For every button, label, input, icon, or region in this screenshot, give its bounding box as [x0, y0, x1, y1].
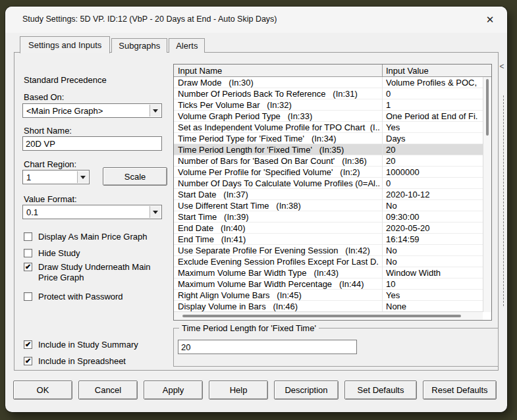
horizontal-scroll-thumb[interactable] [182, 315, 461, 317]
table-row[interactable]: Right Align Volume Bars (In:45)Yes [174, 290, 483, 301]
cell-divider [382, 301, 383, 312]
selected-input-value-field[interactable] [178, 340, 357, 354]
input-value-cell: 2020-10-12 [386, 190, 481, 199]
input-value-cell: 20 [386, 145, 481, 155]
table-row[interactable]: End Time (In:41)16:14:59 [174, 234, 483, 245]
inputs-table-body: Draw Mode (In:30)Volume Profiles & POC,N… [174, 77, 483, 312]
description-button[interactable]: Description [274, 381, 339, 400]
unchecked-checkbox-icon[interactable] [24, 292, 32, 301]
standard-precedence-label: Standard Precedence [24, 75, 107, 85]
table-row[interactable]: Maximum Volume Bar Width Type (In:43)Win… [174, 267, 483, 278]
input-name-cell: Maximum Volume Bar Width Percentage (In:… [178, 279, 379, 289]
cell-divider [382, 234, 383, 245]
input-name-cell: Volume Per Profile for 'Specified Volume… [178, 167, 379, 177]
help-button[interactable]: Help [209, 381, 268, 400]
input-value-cell: 16:14:59 [386, 234, 481, 244]
table-row[interactable]: Start Date (In:37)2020-10-12 [174, 189, 483, 200]
unchecked-checkbox-icon[interactable] [24, 232, 32, 241]
chevron-down-icon[interactable] [150, 105, 161, 117]
checked-checkbox-icon[interactable] [24, 357, 32, 365]
table-row[interactable]: Set as Independent Volume Profile for TP… [174, 122, 483, 133]
tab-settings-and-inputs[interactable]: Settings and Inputs [20, 36, 110, 53]
cancel-button[interactable]: Cancel [78, 381, 138, 400]
cell-divider [382, 77, 383, 88]
table-row[interactable]: Start Time (In:39)09:30:00 [174, 211, 483, 223]
collapse-panel-icon[interactable]: < [498, 61, 506, 72]
based-on-value: <Main Price Graph> [26, 106, 148, 116]
input-name-cell: Use Separate Profile For Evening Session… [178, 246, 379, 255]
chart-region-select[interactable]: 1 [22, 170, 90, 184]
input-name-cell: Number Of Periods Back To Reference (In:… [178, 89, 379, 99]
chart-region-value: 1 [26, 172, 76, 182]
input-name-cell: Ticks Per Volume Bar (In:32) [178, 100, 379, 110]
tab-bar: Settings and InputsSubgraphsAlerts [20, 36, 206, 53]
table-row[interactable]: Number Of Days To Calculate Volume Profi… [174, 178, 483, 189]
checkbox-include-in-spreadsheet[interactable]: Include in Spreadsheet [24, 356, 126, 367]
value-format-select[interactable]: 0.1 [22, 205, 162, 219]
cell-divider [382, 200, 383, 211]
panel-splitter[interactable] [503, 95, 504, 306]
close-icon[interactable]: ✕ [483, 13, 497, 26]
table-row[interactable]: Number of Bars for 'Based On Bar Count' … [174, 155, 483, 167]
dialog-button-row: OKCancelApplyHelpDescriptionSet Defaults… [13, 381, 497, 400]
table-row[interactable]: Draw Mode (In:30)Volume Profiles & POC, [174, 77, 483, 88]
cell-divider [382, 211, 383, 223]
inputs-table-header: Input Name Input Value [174, 65, 491, 77]
apply-button[interactable]: Apply [144, 381, 203, 400]
cell-divider [382, 88, 383, 99]
table-horizontal-scrollbar[interactable] [174, 311, 483, 320]
scale-button[interactable]: Scale [103, 167, 167, 186]
checkbox-include-in-study-summary[interactable]: Include in Study Summary [24, 340, 138, 350]
input-value-cell: Window Width [386, 268, 481, 278]
cell-divider [382, 122, 383, 133]
cell-divider [382, 155, 383, 167]
checkbox-display-as-main-price-graph[interactable]: Display As Main Price Graph [24, 232, 147, 242]
based-on-label: Based On: [24, 92, 64, 102]
chevron-down-icon[interactable] [77, 171, 88, 183]
short-name-input[interactable] [22, 136, 162, 151]
input-value-cell: None [386, 302, 481, 311]
input-name-cell: Use Different Start Time (In:38) [178, 201, 379, 211]
input-name-cell: Volume Graph Period Type (In:33) [178, 111, 379, 121]
table-row[interactable]: Maximum Volume Bar Width Percentage (In:… [174, 278, 483, 290]
based-on-select[interactable]: <Main Price Graph> [22, 103, 162, 118]
checkbox-protect-with-password[interactable]: Protect with Password [24, 292, 123, 302]
input-name-cell: Right Align Volume Bars (In:45) [178, 290, 379, 300]
ok-button[interactable]: OK [13, 381, 72, 400]
table-row[interactable]: Display Volume in Bars (In:46)None [174, 301, 483, 312]
table-row[interactable]: Volume Graph Period Type (In:33)One Peri… [174, 111, 483, 122]
set-defaults-button[interactable]: Set Defaults [344, 381, 417, 400]
table-row[interactable]: Volume Per Profile for 'Specified Volume… [174, 167, 483, 178]
value-format-value: 0.1 [26, 207, 148, 217]
column-input-name[interactable]: Input Name [178, 66, 222, 76]
cell-divider [382, 144, 383, 155]
table-row[interactable]: Time Period Length for 'Fixed Time' (In:… [174, 144, 483, 155]
input-value-cell: 0 [386, 89, 481, 99]
table-row[interactable]: Number Of Periods Back To Reference (In:… [174, 88, 483, 99]
tab-subgraphs[interactable]: Subgraphs [111, 38, 167, 53]
chevron-down-icon[interactable] [150, 206, 161, 218]
table-row[interactable]: Time Period Type for 'Fixed Time' (In:34… [174, 133, 483, 144]
reset-defaults-button[interactable]: Reset Defaults [423, 381, 497, 400]
unchecked-checkbox-icon[interactable] [24, 249, 32, 257]
input-value-cell: Days [386, 134, 481, 144]
input-value-cell: 1000000 [386, 167, 481, 177]
input-name-cell: Number Of Days To Calculate Volume Profi… [178, 178, 379, 188]
table-row[interactable]: Use Separate Profile For Evening Session… [174, 245, 483, 256]
table-row[interactable]: Use Different Start Time (In:38)No [174, 200, 483, 211]
checkbox-hide-study[interactable]: Hide Study [24, 248, 80, 259]
checked-checkbox-icon[interactable] [24, 263, 32, 271]
table-vertical-scrollbar[interactable] [483, 77, 491, 312]
table-row[interactable]: Exclude Evening Session Profiles Except … [174, 256, 483, 267]
checkbox-draw-study-underneath-main-price-graph[interactable]: Draw Study Underneath Main Price Graph [24, 262, 167, 283]
vertical-scroll-thumb[interactable] [486, 79, 489, 136]
table-row[interactable]: Ticks Per Volume Bar (In:32)1 [174, 99, 483, 111]
cell-divider [382, 256, 383, 267]
window-title: Study Settings: 5D VP. ID:12 (VbP - 20 D… [22, 14, 277, 24]
table-row[interactable]: End Date (In:40)2020-05-20 [174, 223, 483, 234]
column-divider[interactable] [382, 65, 383, 76]
study-settings-dialog: Study Settings: 5D VP. ID:12 (VbP - 20 D… [5, 7, 507, 412]
column-input-value[interactable]: Input Value [386, 66, 429, 76]
tab-alerts[interactable]: Alerts [169, 38, 205, 53]
checked-checkbox-icon[interactable] [24, 340, 32, 349]
